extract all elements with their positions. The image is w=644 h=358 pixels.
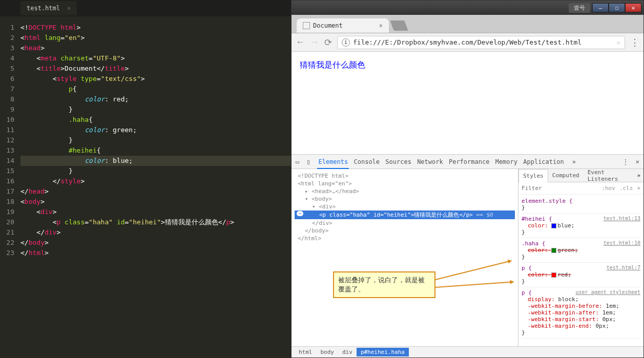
devtools-tabs: ▭ ▯ Elements Console Sources Network Per… bbox=[292, 155, 643, 169]
elements-breadcrumb[interactable]: htmlbodydivp#heihei.haha bbox=[292, 346, 643, 357]
code-area[interactable]: <!DOCTYPE html><html lang="en"><head> <m… bbox=[20, 16, 291, 358]
more-icon[interactable]: » bbox=[637, 172, 643, 179]
line-gutter: 1234567891011121314151617181920212223 bbox=[0, 16, 20, 358]
devtools-tab-performance[interactable]: Performance bbox=[448, 158, 490, 165]
styles-tabs: StylesComputedEvent Listeners» bbox=[518, 169, 643, 182]
styles-filter-input[interactable] bbox=[522, 185, 597, 192]
window-label: 壹号 bbox=[569, 3, 590, 13]
devtools-tab-console[interactable]: Console bbox=[353, 158, 381, 165]
browser-tab-title: Document bbox=[313, 22, 343, 29]
inspect-icon[interactable]: ▭ bbox=[296, 158, 299, 165]
cls-toggle[interactable]: .cls bbox=[619, 185, 633, 192]
breadcrumb-item[interactable]: body bbox=[317, 348, 339, 356]
window-titlebar[interactable]: 壹号 — ☐ ✕ bbox=[292, 1, 643, 15]
devtools-menu-icon[interactable]: ⋮ bbox=[622, 158, 629, 165]
reload-button[interactable]: ⟳ bbox=[324, 37, 332, 48]
styles-filter-bar: :hov .cls + bbox=[518, 182, 643, 195]
elements-panel[interactable]: <!DOCTYPE html><html lang="en">▸ <head>…… bbox=[292, 169, 518, 346]
breadcrumb-item[interactable]: p#heihei.haha bbox=[357, 348, 409, 356]
back-button[interactable]: ← bbox=[296, 37, 305, 48]
css-rule[interactable]: test.html:7p {color: red;} bbox=[522, 263, 640, 287]
device-icon[interactable]: ▯ bbox=[306, 158, 310, 165]
devtools-tab-application[interactable]: Application bbox=[522, 158, 565, 165]
styles-panel: StylesComputedEvent Listeners» :hov .cls… bbox=[518, 169, 643, 346]
browser-tab[interactable]: Document × bbox=[297, 18, 389, 33]
close-icon[interactable]: × bbox=[67, 5, 71, 12]
breadcrumb-item[interactable]: div bbox=[338, 348, 357, 356]
page-icon bbox=[303, 22, 310, 29]
css-rule[interactable]: test.html:10.haha {color: green;} bbox=[522, 238, 640, 263]
style-rules[interactable]: element.style {}test.html:13#heihei {col… bbox=[518, 195, 643, 346]
browser-window: 壹号 — ☐ ✕ Document × ← → ⟳ i file:///E:/D… bbox=[291, 0, 644, 358]
bookmark-icon[interactable]: ☆ bbox=[616, 38, 620, 46]
styles-tab-styles[interactable]: Styles bbox=[518, 169, 548, 182]
add-rule-button[interactable]: + bbox=[637, 185, 640, 192]
annotation-callout: 被层叠掉了，说白了，就是被覆盖了。 bbox=[333, 271, 435, 298]
window-maximize-button[interactable]: ☐ bbox=[609, 3, 625, 12]
close-icon[interactable]: × bbox=[379, 22, 383, 29]
info-icon[interactable]: i bbox=[342, 38, 350, 47]
demo-paragraph: 猜猜我是什么颜色 bbox=[300, 60, 635, 71]
window-minimize-button[interactable]: — bbox=[592, 3, 609, 12]
css-rule[interactable]: test.html:13#heihei {color: blue;} bbox=[522, 214, 640, 238]
new-tab-button[interactable] bbox=[390, 20, 408, 31]
devtools-tab-elements[interactable]: Elements bbox=[317, 158, 349, 169]
devtools: ▭ ▯ Elements Console Sources Network Per… bbox=[292, 154, 643, 357]
menu-icon[interactable]: ⋮ bbox=[630, 37, 639, 48]
css-rule[interactable]: element.style {} bbox=[522, 196, 640, 214]
devtools-close-icon[interactable]: × bbox=[636, 158, 639, 165]
devtools-tab-memory[interactable]: Memory bbox=[494, 158, 518, 165]
window-close-button[interactable]: ✕ bbox=[625, 3, 641, 12]
address-bar: ← → ⟳ i file:///E:/Dropbox/smyhvae.com/D… bbox=[292, 33, 643, 52]
url-text: file:///E:/Dropbox/smyhvae.com/Develop/W… bbox=[353, 38, 581, 46]
url-input[interactable]: i file:///E:/Dropbox/smyhvae.com/Develop… bbox=[337, 36, 625, 49]
breadcrumb-item[interactable]: html bbox=[295, 348, 317, 356]
styles-tab-event-listeners[interactable]: Event Listeners bbox=[584, 169, 637, 182]
devtools-tab-network[interactable]: Network bbox=[416, 158, 444, 165]
editor-tab-bar: test.html × bbox=[0, 0, 291, 16]
styles-tab-computed[interactable]: Computed bbox=[548, 172, 584, 179]
tab-filename: test.html bbox=[27, 5, 60, 12]
more-tabs-icon[interactable]: » bbox=[572, 158, 576, 165]
css-rule[interactable]: user agent stylesheetp {display: block;-… bbox=[522, 287, 640, 339]
browser-tab-strip: Document × bbox=[292, 15, 643, 33]
forward-button[interactable]: → bbox=[310, 37, 319, 48]
editor-tab-test[interactable]: test.html × bbox=[20, 1, 77, 15]
devtools-tab-sources[interactable]: Sources bbox=[384, 158, 412, 165]
page-content: 猜猜我是什么颜色 bbox=[292, 52, 643, 154]
hov-toggle[interactable]: :hov bbox=[601, 185, 615, 192]
code-editor: test.html × 1234567891011121314151617181… bbox=[0, 0, 291, 358]
